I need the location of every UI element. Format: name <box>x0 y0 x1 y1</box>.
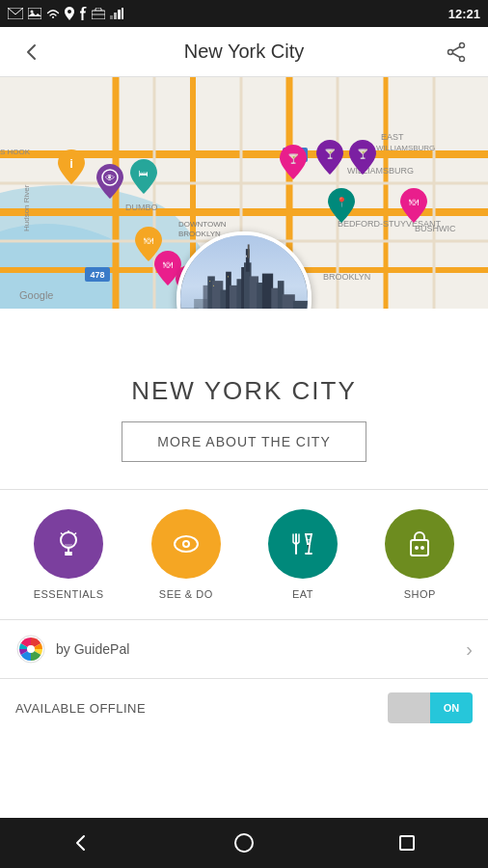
chevron-right-icon: › <box>466 638 473 661</box>
map-container[interactable]: DUMBO DOWNTOWN BROOKLYN BEDFORD-STUYVESA… <box>0 77 488 309</box>
toggle-off-label <box>388 692 430 723</box>
guidepal-left: by GuidePal <box>15 634 129 665</box>
map-pin-2[interactable]: 🛏 <box>130 159 157 198</box>
gmail-icon <box>8 8 23 19</box>
category-see-do[interactable]: SEE & DO <box>151 509 221 600</box>
page-title: New York City <box>184 41 305 63</box>
svg-text:🍽: 🍽 <box>144 235 153 246</box>
svg-rect-108 <box>411 540 428 556</box>
svg-rect-7 <box>114 13 117 19</box>
map-pin-11[interactable]: i <box>58 149 85 188</box>
share-button[interactable] <box>440 36 473 68</box>
image-icon <box>28 8 41 19</box>
see-do-circle <box>151 509 221 579</box>
offline-row: AVAILABLE OFFLINE ON <box>0 679 488 737</box>
bottom-nav <box>0 818 488 868</box>
svg-point-11 <box>460 56 465 61</box>
svg-text:Google: Google <box>19 289 53 301</box>
svg-rect-80 <box>283 294 295 309</box>
eye-icon <box>169 527 203 561</box>
map-pin-5[interactable]: 🍸 <box>349 140 376 178</box>
guidepal-logo <box>15 634 46 665</box>
svg-point-110 <box>420 546 424 550</box>
status-time: 12:21 <box>448 7 480 21</box>
map-pin-10[interactable]: 🍽 <box>135 227 162 265</box>
svg-point-109 <box>415 546 419 550</box>
guidepal-row[interactable]: by GuidePal › <box>0 620 488 679</box>
category-eat[interactable]: EAT <box>268 509 338 600</box>
svg-point-3 <box>68 10 71 14</box>
svg-rect-81 <box>293 301 308 309</box>
category-essentials[interactable]: ESSENTIALS <box>34 509 104 600</box>
eat-label: EAT <box>292 588 313 600</box>
svg-rect-1 <box>28 8 41 19</box>
offline-toggle[interactable]: ON <box>388 692 473 723</box>
svg-text:Hudson River: Hudson River <box>22 184 31 231</box>
svg-text:🍸: 🍸 <box>287 152 300 165</box>
svg-text:BROOKLYN: BROOKLYN <box>323 272 370 282</box>
nav-home-icon <box>233 832 255 854</box>
svg-line-13 <box>452 46 460 51</box>
wifi-icon <box>46 8 60 19</box>
svg-rect-93 <box>246 256 247 258</box>
lightbulb-icon <box>51 527 86 561</box>
location-icon <box>65 7 74 20</box>
more-about-city-button[interactable]: MORE ABOUT THE CITY <box>122 421 366 462</box>
svg-text:EAST: EAST <box>381 132 404 142</box>
svg-rect-6 <box>110 15 113 19</box>
svg-point-113 <box>235 834 253 852</box>
svg-text:🍽: 🍽 <box>409 197 419 207</box>
back-button[interactable] <box>15 36 48 68</box>
nav-back-icon <box>70 832 92 854</box>
status-icons <box>8 7 123 20</box>
svg-rect-114 <box>400 836 414 850</box>
nav-home-button[interactable] <box>228 827 260 859</box>
svg-text:🛏: 🛏 <box>139 168 149 178</box>
map-pin-1[interactable]: 👁 <box>96 164 123 203</box>
svg-rect-90 <box>209 281 210 282</box>
categories-row: ESSENTIALS SEE & DO <box>0 509 488 600</box>
offline-label: AVAILABLE OFFLINE <box>15 701 146 716</box>
svg-text:DUMBO: DUMBO <box>125 203 158 212</box>
shop-icon <box>402 527 437 561</box>
share-icon <box>446 41 467 63</box>
svg-text:WILLIAMSBURG: WILLIAMSBURG <box>376 144 435 152</box>
essentials-label: ESSENTIALS <box>34 588 104 600</box>
briefcase-icon <box>92 8 105 19</box>
map-pin-7[interactable]: 🍽 <box>400 188 427 227</box>
svg-rect-8 <box>118 10 121 19</box>
city-name: NEW YORK CITY <box>131 376 357 406</box>
svg-rect-74 <box>248 244 250 258</box>
svg-rect-91 <box>213 285 214 286</box>
svg-rect-4 <box>92 11 105 19</box>
map-pin-6[interactable]: 📍 <box>328 188 355 227</box>
svg-text:🍽: 🍽 <box>163 259 173 270</box>
nav-recents-button[interactable] <box>391 827 423 859</box>
nav-back-button[interactable] <box>65 827 97 859</box>
city-image-circle <box>176 231 312 309</box>
svg-text:👁: 👁 <box>105 173 115 183</box>
category-shop[interactable]: SHOP <box>385 509 454 600</box>
food-icon <box>285 527 320 561</box>
svg-point-112 <box>27 645 35 653</box>
svg-line-100 <box>75 533 77 535</box>
svg-text:📍: 📍 <box>336 196 348 208</box>
svg-text:S HOOK: S HOOK <box>0 148 31 156</box>
map-pin-4[interactable]: 🍸 <box>316 140 343 178</box>
svg-text:🍸: 🍸 <box>324 148 337 160</box>
map-pin-3[interactable]: 🍸 <box>280 145 307 183</box>
svg-text:478: 478 <box>90 270 104 280</box>
svg-line-99 <box>61 533 63 535</box>
status-bar: 12:21 <box>0 0 488 27</box>
back-icon <box>21 41 42 63</box>
essentials-circle <box>34 509 103 579</box>
signal-icon <box>110 8 123 19</box>
content-area: NEW YORK CITY MORE ABOUT THE CITY ESSENT… <box>0 309 488 737</box>
svg-text:🍸: 🍸 <box>357 148 369 160</box>
guidepal-text: by GuidePal <box>56 641 129 657</box>
nav-recents-icon <box>396 832 418 854</box>
svg-point-10 <box>460 42 465 47</box>
svg-point-12 <box>448 49 453 54</box>
eat-circle <box>268 509 338 579</box>
svg-text:i: i <box>69 156 73 171</box>
